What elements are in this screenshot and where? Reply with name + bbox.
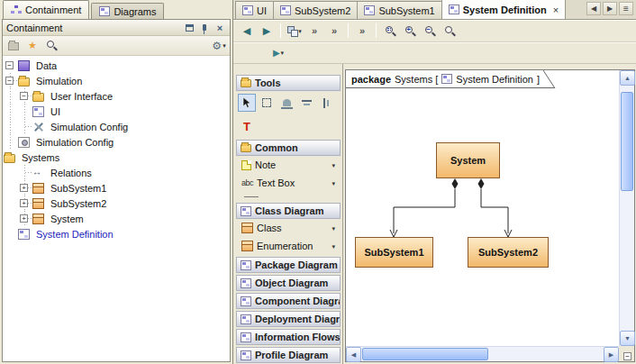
close-tab-icon[interactable]: × (553, 5, 559, 15)
palette-item-text-box[interactable]: abc Text Box ▾ (236, 174, 341, 192)
related-elements-button[interactable]: ▾ (286, 22, 304, 40)
chevrons-icon: » (332, 25, 337, 36)
tree-item-label[interactable]: Simulation Config (48, 121, 131, 133)
palette-section-header[interactable]: Information Flows (236, 329, 341, 345)
scroll-down-button[interactable]: ▼ (620, 331, 635, 346)
run-simulation-button[interactable]: ▶ ▾ (269, 44, 287, 62)
settings-button[interactable]: ⚙ ▾ (212, 38, 226, 54)
toolbar-overflow-button[interactable]: » (353, 22, 371, 40)
tree-item-label[interactable]: UI (48, 105, 63, 118)
tree-item[interactable]: − Systems (3, 150, 230, 165)
palette-section-header[interactable]: Profile Diagram (236, 347, 341, 363)
tree-item[interactable]: + SubSystem1 (3, 180, 230, 196)
zoom-out-button[interactable]: − (421, 22, 439, 40)
vertical-scroll-thumb[interactable] (621, 92, 633, 191)
palette-section-header[interactable]: Object Diagram (236, 275, 341, 291)
tree-item-label[interactable]: System (48, 213, 86, 225)
tree-item-label[interactable]: Simulation (33, 75, 85, 87)
composition-link-subsystem1[interactable] (390, 178, 459, 237)
editor-tab-subsystem1[interactable]: SubSystem1 (357, 1, 441, 19)
close-panel-button[interactable]: × (214, 22, 226, 34)
tree-item[interactable]: + SubSystem2 (3, 196, 230, 211)
tree-item[interactable]: Simulation Config (3, 134, 230, 150)
favorites-button[interactable]: ★ (25, 38, 40, 54)
next-tab-button[interactable]: ▶ (603, 2, 617, 15)
selection-tool-button[interactable] (238, 94, 256, 112)
vertical-scrollbar[interactable]: ▲ ▼ (619, 70, 634, 346)
tree-item[interactable]: Relations (3, 165, 230, 180)
align-horizontal-tool-button[interactable] (317, 94, 335, 112)
node-subsystem1[interactable]: SubSystem1 (355, 237, 433, 268)
caret-down-icon[interactable]: ▾ (332, 243, 338, 250)
node-label: SubSystem2 (478, 247, 538, 258)
tree-item[interactable]: System Definition (3, 226, 230, 241)
collapse-toggle[interactable]: − (20, 92, 28, 100)
tree-item-label[interactable]: Systems (19, 151, 62, 164)
expand-toggle[interactable]: + (20, 199, 28, 207)
diagram-canvas[interactable]: package Systems [ System Definition ] (345, 69, 635, 362)
diagram-drawing-area[interactable]: package Systems [ System Definition ] (346, 70, 619, 346)
scroll-left-button[interactable]: ◀ (346, 347, 361, 362)
caret-down-icon[interactable]: ▾ (332, 162, 338, 168)
tab-containment[interactable]: Containment (3, 0, 89, 19)
palette-section-class-diagram[interactable]: Class Diagram (236, 203, 341, 219)
palette-item-enumeration[interactable]: Enumeration ▾ (236, 237, 341, 255)
tree-item-label[interactable]: Simulation Config (33, 136, 116, 149)
horizontal-scroll-thumb[interactable] (362, 348, 488, 360)
editor-tab-ui[interactable]: UI (235, 1, 274, 19)
marquee-tool-button[interactable] (258, 94, 276, 112)
tree-item[interactable]: Simulation Config (3, 119, 230, 134)
stamp-tool-button[interactable] (277, 94, 295, 112)
previous-tab-button[interactable]: ◀ (586, 2, 601, 15)
expand-toggle[interactable]: + (20, 184, 28, 192)
forward-button[interactable]: ▶ (258, 22, 276, 40)
align-vertical-tool-button[interactable] (297, 94, 315, 112)
palette-section-header[interactable]: Deployment Diagram (236, 311, 341, 327)
zoom-in-button[interactable]: + (401, 22, 419, 40)
tree-item[interactable]: UI (3, 104, 230, 119)
editor-tab-system-definition[interactable]: System Definition × (441, 0, 566, 19)
palette-section-header[interactable]: Package Diagram (236, 257, 341, 273)
float-panel-button[interactable] (183, 22, 195, 34)
tree-guides: + (3, 211, 32, 226)
tab-list-button[interactable]: ≡ (619, 2, 633, 15)
tree-item[interactable]: + System (3, 211, 230, 226)
caret-down-icon[interactable]: ▾ (332, 180, 338, 187)
collapse-toggle[interactable]: − (5, 77, 14, 85)
tree-item-label[interactable]: Data (33, 59, 59, 72)
node-system[interactable]: System (436, 142, 500, 178)
tree-item-label[interactable]: SubSystem1 (48, 182, 109, 195)
tree-item[interactable]: − Simulation (3, 73, 230, 88)
tab-diagrams[interactable]: Diagrams (91, 3, 164, 19)
tree-item-label[interactable]: SubSystem2 (48, 197, 109, 210)
palette-section-common[interactable]: Common (236, 140, 341, 156)
tree-item-label[interactable]: User Interface (48, 90, 115, 103)
scroll-right-button[interactable]: ▶ (604, 347, 619, 362)
zoom-fit-button[interactable] (441, 22, 459, 40)
collapse-toggle[interactable]: − (5, 61, 14, 69)
horizontal-scrollbar[interactable]: ◀ ▶ (346, 346, 619, 361)
pin-panel-button[interactable] (198, 22, 211, 34)
palette-section-tools[interactable]: Tools (236, 75, 341, 91)
toolbar-overflow-button[interactable]: » (305, 22, 323, 40)
expand-toggle[interactable]: + (20, 214, 28, 223)
editor-tab-subsystem2[interactable]: SubSystem2 (273, 1, 358, 19)
palette-item-note[interactable]: Note ▾ (236, 156, 341, 174)
search-button[interactable] (44, 38, 59, 54)
composition-link-subsystem2[interactable] (478, 178, 513, 237)
tree-item[interactable]: − User Interface (3, 88, 230, 104)
toolbar-overflow-button[interactable]: » (325, 22, 343, 40)
tree-item[interactable]: − Data (3, 58, 230, 73)
palette-section-header[interactable]: Component Diagram (236, 293, 341, 309)
tree-item-label[interactable]: Relations (48, 167, 95, 179)
caret-down-icon[interactable]: ▾ (332, 225, 338, 232)
scroll-up-button[interactable]: ▲ (620, 70, 635, 86)
separator-tool[interactable] (236, 192, 341, 201)
zoom-region-button[interactable] (381, 22, 399, 40)
back-button[interactable]: ◀ (238, 22, 256, 40)
tree-item-label[interactable]: System Definition (33, 228, 116, 241)
text-tool-button[interactable]: T (238, 117, 256, 135)
node-subsystem2[interactable]: SubSystem2 (468, 237, 549, 268)
open-button[interactable] (6, 38, 21, 54)
palette-item-class[interactable]: Class ▾ (236, 219, 341, 237)
